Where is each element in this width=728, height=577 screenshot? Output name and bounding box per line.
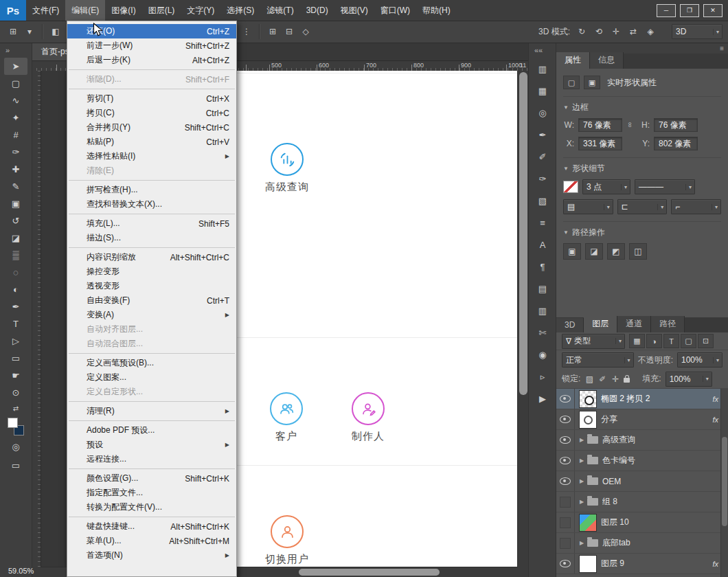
3d-scale-icon[interactable]: ◈: [643, 25, 658, 38]
pen-tool[interactable]: ✒: [4, 298, 27, 315]
clone-source-panel-icon[interactable]: ▧: [534, 192, 551, 210]
edit-menu-item[interactable]: 描边(S)...: [67, 231, 236, 245]
edit-menu-item[interactable]: 合并拷贝(Y)Shift+Ctrl+C: [67, 120, 236, 135]
expander-icon[interactable]: ▶: [578, 499, 586, 505]
shape-details-section[interactable]: ▼ 形状细节: [563, 157, 721, 174]
visibility-toggle[interactable]: [556, 409, 575, 429]
edit-menu-item[interactable]: 自由变换(F)Ctrl+T: [67, 293, 236, 308]
blur-tool[interactable]: ◌: [4, 264, 27, 281]
y-field[interactable]: 802 像素: [654, 137, 698, 150]
presets-panel-icon[interactable]: ✒: [534, 126, 551, 144]
layers-scrollbar-thumb[interactable]: [722, 437, 727, 526]
layer-row[interactable]: 图层 9fx▾: [556, 554, 728, 574]
stroke-style-select[interactable]: ——— ▾: [635, 179, 695, 194]
expander-icon[interactable]: ▶: [578, 437, 586, 443]
visibility-toggle[interactable]: [556, 512, 575, 532]
height-field[interactable]: 76 像素: [654, 118, 698, 132]
menubar-item[interactable]: 选择(S): [220, 0, 260, 21]
paragraph-styles-panel-icon[interactable]: ▥: [534, 302, 551, 319]
minimize-button[interactable]: ─: [657, 4, 676, 17]
move-tool[interactable]: ➤: [4, 58, 27, 75]
styles-panel-icon[interactable]: ◎: [534, 104, 551, 122]
subtract-shape-icon[interactable]: ◪: [585, 243, 603, 260]
intersect-shape-icon[interactable]: ◩: [607, 243, 625, 260]
actions-panel-icon[interactable]: ▹: [534, 367, 551, 385]
zoom-level[interactable]: 59.05%: [8, 567, 34, 575]
transform-icon[interactable]: ◇: [298, 25, 313, 38]
edit-menu-item[interactable]: 预设▶: [67, 438, 236, 452]
blend-mode-select[interactable]: 正常 ▾: [562, 352, 634, 367]
filter-pixel-layers-icon[interactable]: ▦: [629, 334, 645, 348]
align-left-icon[interactable]: ◧: [48, 25, 63, 38]
edit-menu-item[interactable]: 定义图案...: [67, 370, 236, 385]
auto-align-icon[interactable]: ⊞: [265, 25, 280, 38]
lock-all-icon[interactable]: [624, 378, 630, 383]
edit-menu-item[interactable]: 拷贝(C)Ctrl+C: [67, 106, 236, 120]
lock-pixels-icon[interactable]: ✐: [598, 374, 607, 384]
timeline-panel-icon[interactable]: ▶: [534, 389, 551, 407]
lock-position-icon[interactable]: ✛: [611, 374, 620, 384]
layer-row[interactable]: 图层 10: [556, 512, 728, 533]
fill-select[interactable]: 100% ▾: [666, 372, 712, 387]
eraser-tool[interactable]: ◪: [4, 229, 27, 247]
exclude-shape-icon[interactable]: ◫: [629, 243, 647, 260]
character-styles-panel-icon[interactable]: ▤: [534, 280, 551, 297]
visibility-toggle[interactable]: [556, 389, 575, 409]
edit-menu-item[interactable]: 操控变形: [67, 264, 236, 279]
lock-transparency-icon[interactable]: ▨: [584, 374, 594, 384]
width-field[interactable]: 76 像素: [578, 118, 622, 132]
filter-adjustment-layers-icon[interactable]: ◑: [646, 334, 662, 348]
layer-comps-panel-icon[interactable]: ≡: [534, 214, 551, 231]
layer-row[interactable]: ▶组 8: [556, 492, 728, 512]
vertical-scrollbar[interactable]: [517, 71, 529, 567]
edit-menu-item[interactable]: 填充(L)...Shift+F5: [67, 216, 236, 231]
swatches-panel-icon[interactable]: ▦: [534, 82, 551, 100]
menubar-item[interactable]: 窗口(W): [374, 0, 416, 21]
shape-properties-icon[interactable]: ▢: [563, 76, 580, 89]
menubar-item[interactable]: 图层(L): [142, 0, 181, 21]
expander-icon[interactable]: ▶: [578, 540, 586, 546]
layers-tab-2[interactable]: 通道: [617, 316, 651, 332]
shape-tool[interactable]: ▭: [4, 350, 27, 367]
edit-menu-item[interactable]: 清理(R)▶: [67, 404, 236, 418]
brush-tool[interactable]: ✎: [4, 178, 27, 195]
layers-tab-0[interactable]: 3D: [556, 318, 584, 332]
vertical-scrollbar-thumb[interactable]: [519, 72, 527, 395]
menubar-item[interactable]: 编辑(E): [65, 0, 105, 21]
visibility-toggle[interactable]: [556, 471, 575, 491]
brush-presets-panel-icon[interactable]: ✑: [534, 170, 551, 188]
stroke-caps-select[interactable]: ⊏▾: [617, 199, 668, 214]
layers-tab-3[interactable]: 路径: [651, 316, 685, 332]
lasso-tool[interactable]: ∿: [4, 92, 27, 109]
visibility-toggle[interactable]: [556, 492, 575, 512]
bounds-section[interactable]: ▼ 边框: [563, 96, 721, 113]
filter-smart-objects-icon[interactable]: ⊡: [698, 334, 714, 348]
menubar-item[interactable]: 图像(I): [105, 0, 141, 21]
edit-menu-item[interactable]: 定义画笔预设(B)...: [67, 356, 236, 370]
visibility-toggle[interactable]: [556, 554, 575, 574]
foreground-color[interactable]: [8, 418, 18, 428]
healing-brush-tool[interactable]: ✚: [4, 161, 27, 178]
gradient-tool[interactable]: ▒: [4, 247, 27, 264]
eyedropper-tool[interactable]: ✑: [4, 144, 27, 161]
edit-menu-item[interactable]: 粘贴(P)Ctrl+V: [67, 135, 236, 149]
expander-icon[interactable]: ▶: [578, 457, 586, 464]
character-panel-icon[interactable]: A: [534, 236, 551, 253]
3d-slide-icon[interactable]: ⇄: [626, 25, 641, 38]
distribute-right-icon[interactable]: ⋮: [239, 25, 254, 38]
edit-menu-item[interactable]: Adobe PDF 预设...: [67, 423, 236, 438]
path-selection-tool[interactable]: ▷: [4, 332, 27, 350]
edit-menu-item[interactable]: 清除(E): [67, 163, 236, 178]
zoom-tool[interactable]: ⊙: [4, 384, 27, 401]
edit-menu-item[interactable]: 渐隐(D)...Shift+Ctrl+F: [67, 72, 236, 87]
filter-type-select[interactable]: ∇ 类型 ▾: [562, 334, 625, 349]
warp-mode-icon[interactable]: ⊟: [282, 25, 297, 38]
tool-presets-icon[interactable]: ⊞: [5, 25, 21, 38]
brush-panel-icon[interactable]: ✐: [534, 148, 551, 166]
opacity-select[interactable]: 100% ▾: [677, 352, 723, 367]
visibility-toggle[interactable]: [556, 533, 575, 553]
restore-button[interactable]: ❐: [680, 4, 699, 17]
3d-rotate-icon[interactable]: ↻: [574, 25, 589, 38]
edit-menu-item[interactable]: 定义自定形状...: [67, 385, 236, 399]
expander-icon[interactable]: ▶: [578, 478, 586, 484]
